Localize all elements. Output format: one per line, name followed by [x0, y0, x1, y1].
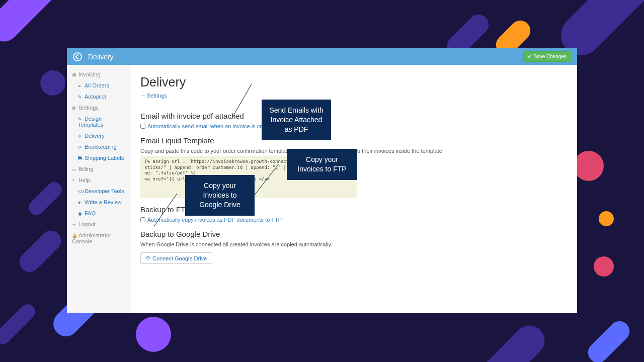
gdrive-description: When Google Drive is connected all creat…: [140, 241, 568, 247]
gear-icon: ✿: [72, 106, 77, 111]
back-icon[interactable]: [73, 52, 82, 61]
sidebar-label: Invoicing: [78, 71, 100, 77]
sidebar-item-bookkeeping[interactable]: ⟳Bookkeeping: [67, 141, 131, 152]
sidebar-label: Autopilot: [85, 94, 106, 100]
send-icon: ✈: [78, 134, 83, 139]
sidebar-item-write-review[interactable]: ♥Write a Review: [67, 197, 131, 208]
section-email-title: Email with invoice pdf attached: [140, 112, 568, 120]
checkbox-auto-email[interactable]: Automatically send email when an invoice…: [140, 123, 568, 129]
logout-icon: ↪: [72, 222, 77, 227]
list-icon: ≡: [78, 83, 83, 88]
sidebar-item-dev-tools[interactable]: </>Developer Tools: [67, 186, 131, 197]
sidebar-item-billing[interactable]: ▭Billing: [67, 163, 131, 174]
link-icon: ⟳: [78, 145, 83, 150]
help-icon: ?: [72, 178, 77, 183]
checkbox-ftp[interactable]: Automatically copy invoices as PDF docum…: [140, 217, 568, 223]
sidebar-item-all-orders[interactable]: ≡All Orders: [67, 80, 131, 91]
sidebar-label: All Orders: [85, 82, 109, 88]
bg-decoration: [574, 151, 604, 181]
lock-icon: 🔒: [72, 233, 77, 238]
checkbox-label: Automatically copy invoices as PDF docum…: [147, 217, 282, 223]
checkbox-ftp-input[interactable]: [140, 217, 145, 222]
app-window: Delivery ✔ Save Changes 🖶Invoicing ≡All …: [67, 48, 577, 313]
check-icon: ✔: [528, 54, 532, 59]
heart-icon: ♥: [78, 200, 83, 205]
section-gdrive-title: Backup to Google Drive: [140, 230, 568, 238]
card-icon: ▭: [72, 167, 77, 172]
template-description: Copy and paste this code to your order c…: [140, 148, 568, 154]
connect-google-drive-button[interactable]: ⟳ Connect Google Drive: [140, 252, 212, 264]
sidebar: 🖶Invoicing ≡All Orders ✎Autopilot ✿Setti…: [67, 65, 131, 313]
settings-link[interactable]: → Settings: [140, 93, 167, 99]
question-icon: ◉: [78, 211, 83, 216]
bg-decoration: [599, 211, 614, 226]
sidebar-item-shipping-labels[interactable]: ⛟Shipping Labels: [67, 152, 131, 163]
code-icon: </>: [78, 189, 83, 194]
sidebar-section-settings[interactable]: ✿Settings: [67, 102, 131, 113]
section-ftp-title: Backup to FTP: [140, 205, 568, 214]
sidebar-label: Help: [78, 177, 90, 183]
truck-icon: ⛟: [78, 156, 83, 161]
sidebar-label: Logout: [78, 221, 96, 227]
bg-decoration: [26, 179, 65, 218]
header-bar: Delivery ✔ Save Changes: [67, 48, 577, 65]
bg-decoration: [0, 301, 38, 347]
bg-decoration: [0, 0, 68, 48]
section-template-title: Email Liquid Template: [140, 136, 568, 145]
bg-decoration: [16, 227, 65, 277]
sidebar-label: Shipping Labels: [85, 155, 124, 161]
sidebar-label: Write a Review: [85, 199, 122, 205]
sidebar-item-faq[interactable]: ◉FAQ: [67, 208, 131, 219]
sidebar-item-delivery[interactable]: ✈Delivery: [67, 130, 131, 141]
sidebar-label: Developer Tools: [85, 188, 124, 194]
arrow-right-icon: →: [140, 93, 146, 99]
sidebar-label: FAQ: [85, 210, 96, 216]
connect-btn-label: Connect Google Drive: [152, 255, 207, 261]
sidebar-item-autopilot[interactable]: ✎Autopilot: [67, 91, 131, 102]
sidebar-label: Delivery: [85, 133, 105, 139]
print-icon: 🖶: [72, 72, 77, 77]
main-content: Delivery → Settings Email with invoice p…: [131, 65, 577, 313]
save-button-label: Save Changes: [533, 54, 567, 59]
bg-decoration: [594, 256, 614, 277]
save-button[interactable]: ✔ Save Changes: [523, 51, 571, 62]
sidebar-section-help[interactable]: ?Help: [67, 174, 131, 186]
page-title-header: Delivery: [88, 53, 114, 61]
sidebar-section-invoicing[interactable]: 🖶Invoicing: [67, 69, 131, 80]
sidebar-label: Settings: [78, 105, 99, 111]
sidebar-item-admin-console[interactable]: 🔒Administrator Console: [67, 230, 131, 247]
sidebar-item-logout[interactable]: ↪Logout: [67, 219, 131, 230]
refresh-icon: ⟳: [146, 255, 150, 261]
sidebar-item-design-templates[interactable]: ✎Design Templates: [67, 113, 131, 130]
settings-link-label: Settings: [147, 93, 167, 99]
page-title: Delivery: [140, 75, 568, 89]
bg-decoration: [584, 317, 634, 362]
magic-icon: ✎: [78, 95, 83, 100]
bg-decoration: [465, 319, 551, 362]
liquid-code-block[interactable]: {% assign url = "https://invoicebrowse.g…: [140, 156, 357, 198]
checkbox-auto-email-input[interactable]: [140, 124, 145, 129]
sidebar-label: Bookkeeping: [85, 144, 117, 150]
bg-decoration: [40, 70, 65, 96]
checkbox-label: Automatically send email when an invoice…: [147, 123, 277, 129]
sidebar-label: Billing: [78, 166, 93, 172]
brush-icon: ✎: [78, 117, 83, 122]
bg-decoration: [136, 317, 171, 352]
sidebar-label: Administrator Console: [72, 232, 111, 244]
